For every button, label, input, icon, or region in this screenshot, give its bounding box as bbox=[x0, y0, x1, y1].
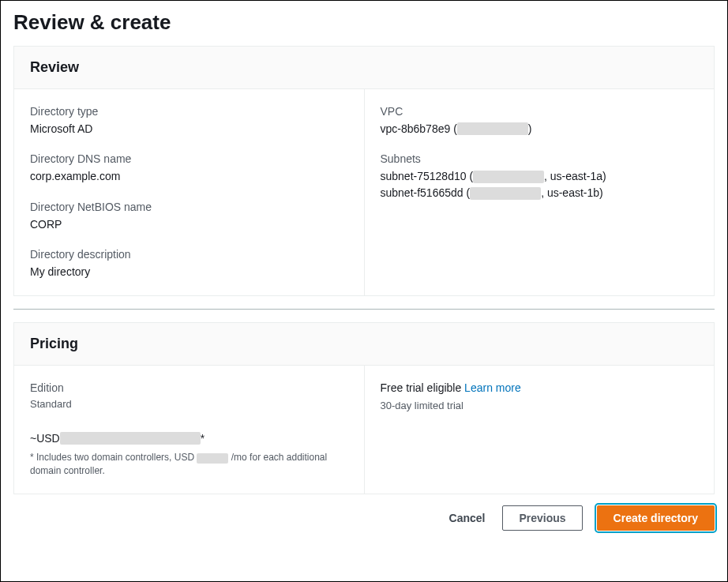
field-vpc: VPC vpc-8b6b78e9 ( ) bbox=[381, 105, 699, 137]
price-prefix: ~USD bbox=[30, 432, 60, 445]
free-trial-line: Free trial eligible Learn more bbox=[381, 381, 699, 394]
redacted-subnet-1 bbox=[470, 187, 541, 200]
subnet-1-prefix: subnet-f51665dd ( bbox=[381, 185, 471, 201]
subnet-1-suffix: , us-east-1b) bbox=[541, 185, 603, 201]
field-description: Directory description My directory bbox=[30, 248, 348, 280]
label-description: Directory description bbox=[30, 248, 348, 261]
label-dns-name: Directory DNS name bbox=[30, 152, 348, 165]
value-description: My directory bbox=[30, 264, 348, 280]
label-directory-type: Directory type bbox=[30, 105, 348, 118]
learn-more-link[interactable]: Learn more bbox=[464, 381, 521, 394]
label-netbios: Directory NetBIOS name bbox=[30, 201, 348, 213]
redacted-vpc-name bbox=[457, 122, 528, 135]
cancel-button[interactable]: Cancel bbox=[446, 505, 489, 531]
value-directory-type: Microsoft AD bbox=[30, 121, 348, 137]
field-dns-name: Directory DNS name corp.example.com bbox=[30, 152, 348, 184]
footer-actions: Cancel Previous Create directory bbox=[13, 494, 715, 531]
vpc-prefix: vpc-8b6b78e9 ( bbox=[381, 121, 457, 137]
field-subnets: Subnets subnet-75128d10 ( , us-east-1a) … bbox=[381, 152, 699, 201]
free-trial-text: Free trial eligible bbox=[381, 381, 465, 394]
review-panel: Review Directory type Microsoft AD Direc… bbox=[13, 46, 715, 296]
review-panel-header: Review bbox=[14, 47, 714, 89]
subnet-0-suffix: , us-east-1a) bbox=[544, 168, 606, 185]
page-title: Review & create bbox=[13, 10, 715, 35]
label-vpc: VPC bbox=[381, 105, 699, 118]
footnote-prefix: * Includes two domain controllers, USD bbox=[30, 452, 197, 463]
previous-button[interactable]: Previous bbox=[502, 505, 582, 531]
value-edition: Standard bbox=[30, 397, 348, 411]
separator bbox=[13, 309, 715, 310]
price-line: ~USD * bbox=[30, 432, 348, 445]
value-vpc: vpc-8b6b78e9 ( ) bbox=[381, 121, 699, 137]
field-edition: Edition Standard bbox=[30, 381, 348, 411]
label-subnets: Subnets bbox=[381, 152, 699, 165]
value-dns-name: corp.example.com bbox=[30, 168, 348, 184]
review-panel-title: Review bbox=[30, 59, 698, 76]
pricing-panel: Pricing Edition Standard ~USD * * Includ… bbox=[13, 322, 715, 494]
create-directory-button[interactable]: Create directory bbox=[597, 505, 715, 531]
subnet-row-0: subnet-75128d10 ( , us-east-1a) bbox=[381, 168, 699, 185]
price-footnote: * Includes two domain controllers, USD /… bbox=[30, 451, 330, 478]
subnet-row-1: subnet-f51665dd ( , us-east-1b) bbox=[381, 185, 699, 201]
pricing-panel-header: Pricing bbox=[14, 323, 714, 366]
label-edition: Edition bbox=[30, 381, 348, 394]
price-suffix: * bbox=[201, 432, 205, 445]
redacted-footnote-price bbox=[197, 453, 228, 464]
subnet-0-prefix: subnet-75128d10 ( bbox=[381, 168, 474, 185]
vpc-suffix: ) bbox=[528, 121, 532, 137]
redacted-subnet-0 bbox=[473, 171, 544, 183]
value-netbios: CORP bbox=[30, 216, 348, 232]
redacted-price bbox=[60, 432, 201, 445]
free-trial-sub: 30-day limited trial bbox=[381, 399, 699, 413]
field-directory-type: Directory type Microsoft AD bbox=[30, 105, 348, 137]
pricing-panel-title: Pricing bbox=[30, 336, 698, 352]
field-netbios: Directory NetBIOS name CORP bbox=[30, 201, 348, 232]
